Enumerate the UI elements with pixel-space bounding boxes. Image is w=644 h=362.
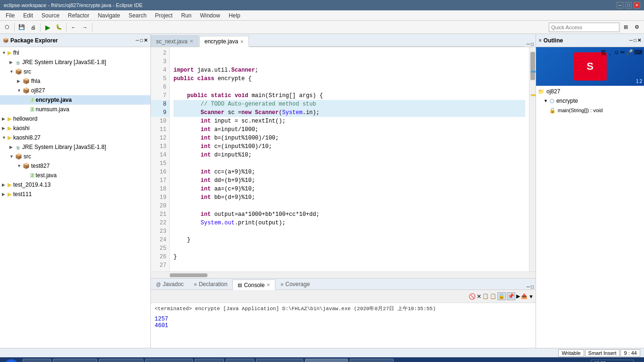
outline-minimize[interactable]: ─ bbox=[629, 38, 633, 43]
tree-item-jre1[interactable]: ▶ 🍵 JRE System Library [JavaSE-1.8] bbox=[0, 58, 150, 67]
code-line-20[interactable] bbox=[173, 202, 525, 210]
editor-minimize[interactable]: ─ bbox=[527, 41, 530, 47]
tab-declaration[interactable]: ≡ Declaration bbox=[189, 279, 233, 289]
outline-maximize[interactable]: □ bbox=[634, 38, 636, 43]
tab-encrypte[interactable]: encrypte.java ✕ bbox=[199, 36, 249, 47]
tab-console-close[interactable]: ✕ bbox=[266, 282, 270, 288]
tree-item-kaoshi[interactable]: ▶ ▶ kaoshi bbox=[0, 123, 150, 133]
code-line-15[interactable] bbox=[173, 159, 525, 168]
menu-item-window[interactable]: Window bbox=[196, 11, 224, 20]
tree-item-fhla[interactable]: ▶ 📦 fhla bbox=[0, 76, 150, 86]
console-clear[interactable]: ✕ bbox=[477, 293, 481, 300]
editor-hscrollbar[interactable] bbox=[151, 272, 536, 278]
minimize-button[interactable]: ─ bbox=[617, 2, 623, 8]
code-line-3[interactable] bbox=[173, 58, 525, 66]
code-line-11[interactable]: int a=input/1000; bbox=[173, 125, 525, 134]
taskbar-item-folder[interactable]: 📁 F:\FHL202... bbox=[145, 359, 193, 362]
tree-item-helloword[interactable]: ▶ ▶ helloword bbox=[0, 114, 150, 123]
menu-item-navigate[interactable]: Navigate bbox=[94, 11, 124, 20]
tree-item-fhl[interactable]: ▼ ▶ fhl bbox=[0, 48, 150, 58]
taskbar-item-eclipse[interactable]: ⚙ eclipse-w... bbox=[305, 359, 347, 362]
quick-access-input[interactable] bbox=[549, 23, 619, 32]
code-line-2[interactable] bbox=[173, 49, 525, 58]
taskbar-item-youdao[interactable]: 有道 bbox=[226, 359, 254, 362]
console-terminate[interactable]: 🚫 bbox=[469, 293, 476, 300]
code-line-23[interactable] bbox=[173, 227, 525, 236]
outline-item-encrypte[interactable]: ▼ ⬡ encrypte bbox=[538, 96, 642, 106]
toolbar-back[interactable]: ← bbox=[68, 22, 79, 33]
toolbar-debug[interactable]: 🐛 bbox=[54, 22, 64, 33]
console-scroll-lock[interactable]: 🔒 bbox=[497, 292, 506, 300]
toolbar-save[interactable]: 💾 bbox=[17, 22, 27, 33]
paint-icon[interactable]: ✏ bbox=[620, 49, 625, 57]
code-line-12[interactable]: int b=(input%1000)/100; bbox=[173, 134, 525, 142]
pe-maximize[interactable]: □ bbox=[140, 38, 143, 43]
code-area[interactable]: import java.util.Scanner;public class en… bbox=[170, 47, 529, 272]
outline-item-main[interactable]: 🔒 main(String[]) : void bbox=[538, 106, 642, 115]
outline-item-oj827[interactable]: 📁 oj827 bbox=[538, 87, 642, 96]
console-open[interactable]: 📤 bbox=[521, 293, 528, 299]
menu-item-help[interactable]: Help bbox=[225, 11, 244, 20]
taskbar-item-wechat[interactable]: 💬 微信 bbox=[195, 359, 224, 362]
tree-item-kaoshi827[interactable]: ▼ ▶ kaoshi8.27 bbox=[0, 133, 150, 142]
tab-sc-next-close[interactable]: ✕ bbox=[190, 39, 193, 44]
tree-item-oj827[interactable]: ▼ 📦 oj827 bbox=[0, 86, 150, 95]
console-paste[interactable]: 📋 bbox=[490, 293, 496, 299]
taskbar-item-3msg[interactable]: 🌐 (3条消息)... bbox=[99, 359, 143, 362]
close-button[interactable]: ✕ bbox=[634, 2, 640, 8]
tab-coverage[interactable]: ≡ Coverage bbox=[275, 279, 315, 289]
pe-close[interactable]: ✕ bbox=[144, 38, 148, 43]
tree-item-jre2[interactable]: ▶ 🍵 JRE System Library [JavaSE-1.8] bbox=[0, 142, 150, 152]
code-line-5[interactable]: public class encrypte { bbox=[173, 74, 525, 83]
code-line-4[interactable]: import java.util.Scanner; bbox=[173, 66, 525, 74]
toolbar-new[interactable]: ⬡ bbox=[2, 22, 12, 33]
outline-close[interactable]: ✕ bbox=[637, 38, 641, 43]
menu-item-source[interactable]: Source bbox=[38, 11, 63, 20]
tree-item-src2[interactable]: ▼ 📦 src bbox=[0, 152, 150, 161]
console-switch[interactable]: ▶ bbox=[516, 293, 520, 299]
code-line-24[interactable]: } bbox=[173, 236, 525, 244]
code-line-6[interactable] bbox=[173, 83, 525, 91]
console-pin[interactable]: 📌 bbox=[507, 292, 515, 300]
code-line-16[interactable]: int cc=(a+9)%10; bbox=[173, 168, 525, 176]
tree-item-numsum[interactable]: J numsum.java bbox=[0, 105, 150, 114]
tree-item-test2019[interactable]: ▶ ▶ test_2019.4.13 bbox=[0, 180, 150, 189]
tree-item-test827[interactable]: ▼ 📦 test827 bbox=[0, 161, 150, 171]
code-line-17[interactable]: int dd=(b+9)%10; bbox=[173, 176, 525, 185]
tree-item-src[interactable]: ▼ 📦 src bbox=[0, 67, 150, 76]
taskbar-item-ie[interactable]: e bbox=[23, 359, 51, 362]
taskbar-item-chrome[interactable]: 🌐 桔梗导航w... bbox=[256, 359, 304, 362]
toolbar-forward[interactable]: → bbox=[80, 22, 90, 33]
code-line-27[interactable] bbox=[173, 261, 525, 270]
menu-item-edit[interactable]: Edit bbox=[19, 11, 37, 20]
toolbar-perspective[interactable]: ⊞ bbox=[620, 22, 631, 33]
emoji-icon[interactable]: ☺ bbox=[614, 49, 619, 57]
tab-console[interactable]: ▤ Console ✕ bbox=[232, 280, 275, 290]
tree-item-test111[interactable]: ▶ ▶ test111 bbox=[0, 189, 150, 199]
quote-icon[interactable]: ， bbox=[607, 49, 613, 57]
mic-icon[interactable]: 🎤 bbox=[626, 49, 633, 57]
code-line-21[interactable]: int output=aa*1000+bb*100+cc*10+dd; bbox=[173, 210, 525, 219]
toolbar-settings[interactable]: ⚙ bbox=[632, 22, 642, 33]
console-copy[interactable]: 📋 bbox=[482, 293, 489, 299]
console-arrow[interactable]: ▼ bbox=[528, 294, 534, 299]
menu-item-file[interactable]: File bbox=[2, 11, 18, 20]
menu-item-run[interactable]: Run bbox=[177, 11, 195, 20]
start-button[interactable]: ⊞ bbox=[2, 359, 21, 362]
taskbar-item-notepad[interactable]: 📄 新建文本... bbox=[350, 359, 394, 362]
menu-item-project[interactable]: Project bbox=[151, 11, 176, 20]
menu-item-refactor[interactable]: Refactor bbox=[64, 11, 93, 20]
code-line-19[interactable]: int bb=(d+9)%10; bbox=[173, 193, 525, 202]
translate-icon[interactable]: 英 bbox=[601, 49, 606, 57]
code-line-7[interactable]: public static void main(String[] args) { bbox=[173, 91, 525, 100]
menu-item-search[interactable]: Search bbox=[125, 11, 150, 20]
code-line-13[interactable]: int c=(input%100)/10; bbox=[173, 142, 525, 151]
taskbar-item-csdn[interactable]: ✏ 写文章-CS... bbox=[53, 359, 97, 362]
pe-minimize[interactable]: ─ bbox=[136, 38, 139, 43]
code-line-9[interactable]: Scanner sc =new Scanner(System.in); bbox=[173, 108, 525, 117]
toolbar-run[interactable]: ▶ bbox=[42, 22, 53, 33]
tree-item-encrypte[interactable]: J encrypte.java bbox=[0, 95, 150, 105]
tab-encrypte-close[interactable]: ✕ bbox=[240, 39, 244, 44]
toolbar-print[interactable]: 🖨 bbox=[28, 22, 38, 33]
code-line-18[interactable]: int aa=(c+9)%10; bbox=[173, 185, 525, 193]
